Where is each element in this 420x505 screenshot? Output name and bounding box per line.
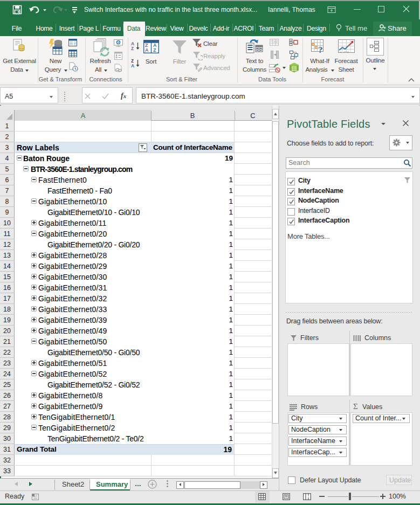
svg-text:?: ? — [318, 45, 323, 55]
svg-text:A: A — [145, 47, 149, 53]
svg-text:A: A — [131, 41, 134, 46]
svg-text:Z: Z — [131, 46, 134, 51]
svg-text:Z: Z — [145, 43, 148, 48]
svg-text:Z: Z — [153, 47, 156, 53]
svg-text:A: A — [131, 63, 134, 68]
svg-text:A: A — [153, 43, 157, 48]
